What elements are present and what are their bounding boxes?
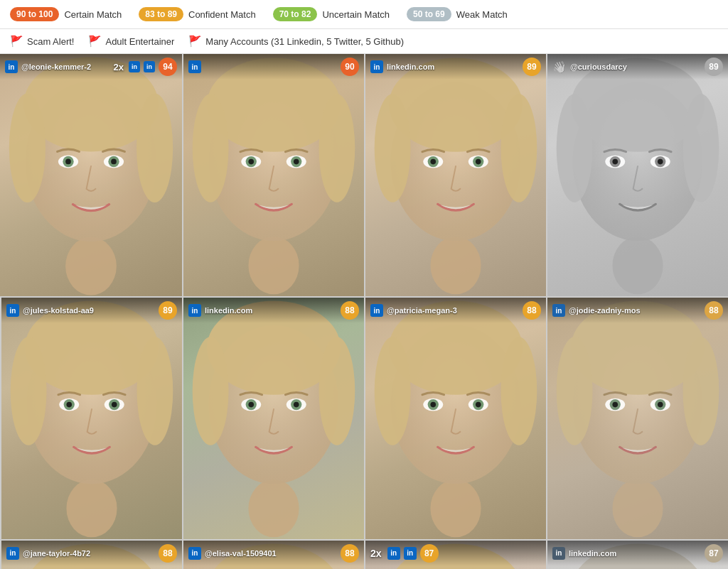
flag-scam: 🚩 Scam Alert!	[10, 35, 74, 48]
card-username-6: linkedin.com	[205, 306, 337, 315]
svg-point-74	[248, 402, 254, 408]
result-card-3[interactable]: inlinkedin.com89	[364, 54, 546, 296]
uncertain-label: Uncertain Match	[322, 9, 390, 20]
svg-point-53	[66, 479, 117, 537]
result-card-4[interactable]: 👋@curiousdarcy89	[546, 54, 728, 296]
svg-point-51	[658, 159, 663, 165]
svg-point-61	[66, 402, 72, 408]
card-username-1: @leonie-kemmer-2	[21, 63, 109, 71]
result-card-9[interactable]: in@jane-taylor-4b7288	[0, 539, 182, 569]
svg-point-45	[683, 94, 719, 202]
svg-point-14	[248, 237, 299, 294]
platform-icon-7: in	[370, 304, 383, 317]
svg-point-87	[430, 402, 436, 408]
legend-bar: 90 to 100 Certain Match 83 to 89 Confide…	[0, 0, 728, 29]
svg-point-90	[476, 402, 481, 408]
score-badge-12: 87	[705, 544, 723, 563]
score-badge-7: 88	[523, 301, 541, 320]
svg-point-9	[65, 159, 71, 165]
score-badge-2: 90	[341, 58, 359, 76]
svg-point-22	[248, 159, 254, 165]
scam-flag-label: Scam Alert!	[27, 36, 74, 47]
face-image-1	[0, 54, 182, 296]
card-overlay-8: in@jodie-zadniy-mos88	[547, 298, 728, 323]
card-username-5: @jules-kolstad-aa9	[23, 306, 155, 315]
svg-point-5	[9, 93, 46, 202]
platform-icon-5: in	[6, 304, 19, 317]
legend-weak: 50 to 69 Weak Match	[407, 7, 508, 21]
wave-icon-4: 👋	[552, 60, 567, 74]
many-accounts-flag-label: Many Accounts (31 Linkedin, 5 Twitter, 5…	[205, 36, 404, 47]
card-overlay-6: inlinkedin.com88	[183, 298, 364, 323]
svg-point-92	[612, 479, 663, 537]
svg-point-31	[375, 94, 411, 202]
face-image-8	[547, 298, 728, 538]
card-username-4: @curiousdarcy	[570, 63, 701, 71]
legend-confident: 83 to 89 Confident Match	[139, 7, 255, 21]
result-card-8[interactable]: in@jodie-zadniy-mos88	[546, 296, 728, 538]
face-image-4	[547, 54, 728, 296]
platform-icon-3: in	[370, 60, 383, 73]
card-overlay-5: in@jules-kolstad-aa989	[1, 298, 182, 323]
svg-point-18	[193, 94, 229, 202]
score-badge-6: 88	[341, 301, 359, 320]
card-overlay-11: 2xinin87	[365, 541, 546, 566]
platform-icon-12: in	[552, 547, 565, 560]
platform-icon-2: in	[188, 60, 201, 73]
card-overlay-3: inlinkedin.com89	[365, 54, 546, 80]
svg-point-96	[557, 337, 593, 445]
card-username-10: @elisa-val-1509401	[205, 549, 337, 558]
multi-label-11: 2x	[370, 548, 382, 559]
flags-bar: 🚩 Scam Alert! 🚩 Adult Entertainer 🚩 Many…	[0, 29, 728, 54]
result-card-7[interactable]: in@patricia-megan-388	[364, 296, 546, 538]
card-username-7: @patricia-megan-3	[387, 306, 519, 315]
svg-point-32	[501, 94, 537, 202]
svg-point-25	[294, 159, 299, 165]
multi-label-1: 2x	[114, 62, 124, 72]
face-image-5	[1, 298, 182, 538]
svg-point-48	[612, 159, 618, 165]
score-badge-5: 89	[159, 301, 177, 320]
weak-badge: 50 to 69	[407, 7, 451, 21]
svg-point-100	[612, 402, 618, 408]
result-card-6[interactable]: inlinkedin.com88	[182, 296, 364, 538]
svg-point-44	[557, 94, 593, 202]
face-image-3	[365, 54, 546, 296]
svg-point-84	[501, 337, 537, 445]
flag-adult: 🚩 Adult Entertainer	[88, 35, 174, 48]
card-username-3: linkedin.com	[387, 63, 519, 71]
legend-uncertain: 70 to 82 Uncertain Match	[273, 7, 390, 21]
result-card-12[interactable]: inlinkedin.com87	[546, 539, 728, 569]
confident-badge: 83 to 89	[139, 7, 183, 21]
many-accounts-flag-icon: 🚩	[188, 35, 202, 48]
svg-point-40	[612, 237, 663, 294]
card-overlay-1: in@leonie-kemmer-22xinin94	[0, 54, 182, 80]
certain-badge: 90 to 100	[10, 7, 59, 21]
score-badge-3: 89	[523, 58, 541, 76]
platform-icon-6: in	[188, 304, 201, 317]
flag-many-accounts: 🚩 Many Accounts (31 Linkedin, 5 Twitter,…	[188, 35, 404, 48]
face-image-7	[365, 298, 546, 538]
adult-flag-icon: 🚩	[88, 35, 102, 48]
platform-icon-1: in	[5, 60, 18, 73]
svg-point-12	[111, 159, 117, 165]
platform-icon-11: in	[387, 547, 400, 560]
uncertain-badge: 70 to 82	[273, 7, 318, 21]
adult-flag-label: Adult Entertainer	[105, 36, 174, 47]
score-badge-10: 88	[341, 544, 359, 563]
svg-point-70	[193, 337, 229, 445]
extra-platform-icon-1: in	[129, 61, 140, 72]
result-card-2[interactable]: in90	[182, 54, 364, 296]
result-card-5[interactable]: in@jules-kolstad-aa989	[0, 296, 182, 538]
platform-icon-11: in	[404, 547, 417, 560]
svg-point-79	[430, 479, 481, 537]
card-overlay-9: in@jane-taylor-4b7288	[1, 541, 182, 566]
result-card-11[interactable]: 2xinin87	[364, 539, 546, 569]
result-card-1[interactable]: in@leonie-kemmer-22xinin94	[0, 54, 182, 296]
face-image-2	[183, 54, 364, 296]
platform-icon-10: in	[188, 547, 201, 560]
card-overlay-4: 👋@curiousdarcy89	[547, 54, 728, 80]
result-card-10[interactable]: in@elisa-val-150940188	[182, 539, 364, 569]
svg-point-103	[658, 402, 663, 408]
card-username-8: @jodie-zadniy-mos	[569, 306, 701, 315]
